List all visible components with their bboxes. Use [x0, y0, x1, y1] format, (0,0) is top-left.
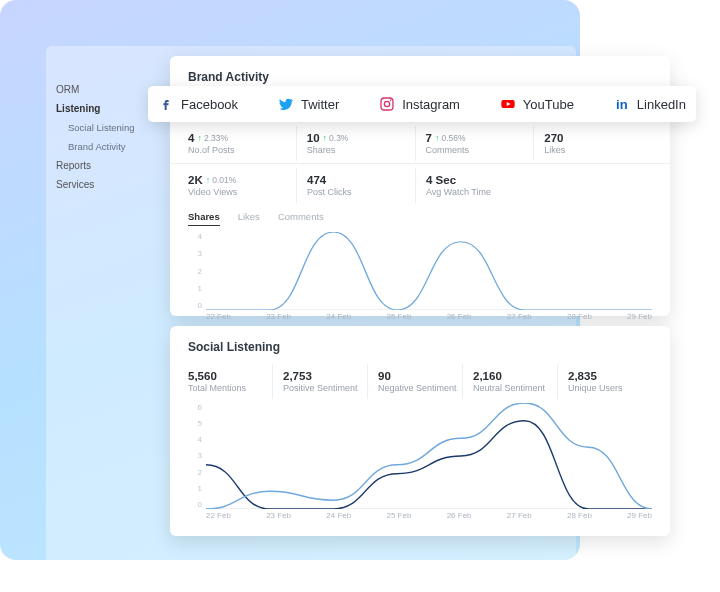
arrow-up-icon: ↑ — [435, 133, 440, 143]
stat-neutral-value: 2,160 — [473, 370, 502, 382]
sidebar-item-brand-activity[interactable]: Brand Activity — [56, 137, 166, 156]
social-twitter[interactable]: Twitter — [278, 96, 339, 112]
stat-negative-label: Negative Sentiment — [378, 383, 462, 393]
stat-total-mentions-label: Total Mentions — [188, 383, 272, 393]
social-instagram[interactable]: Instagram — [379, 96, 460, 112]
stat-shares-value: 10 — [307, 132, 320, 144]
stat-negative-value: 90 — [378, 370, 391, 382]
stat-likes: 270 Likes — [533, 126, 652, 161]
stat-watch-time-value: 4 Sec — [426, 174, 456, 186]
svg-point-3 — [390, 100, 392, 102]
stat-posts: 4↑2.33% No.of Posts — [188, 126, 296, 161]
arrow-up-icon: ↑ — [197, 133, 202, 143]
social-facebook[interactable]: Facebook — [158, 96, 238, 112]
activity-stats-row-1: 4↑2.33% No.of Posts 10↑0.3% Shares 7↑0.5… — [170, 126, 670, 161]
arrow-up-icon: ↑ — [323, 133, 328, 143]
sidebar-item-services[interactable]: Services — [56, 175, 166, 194]
stat-watch-time: 4 Sec Avg Watch Time — [415, 168, 534, 203]
stat-video-views-label: Video Views — [188, 187, 296, 197]
tab-shares[interactable]: Shares — [188, 211, 220, 226]
activity-stats-row-2: 2K↑0.01% Video Views 474 Post Clicks 4 S… — [170, 163, 670, 203]
stat-post-clicks-label: Post Clicks — [307, 187, 415, 197]
stat-post-clicks: 474 Post Clicks — [296, 168, 415, 203]
listening-stats-row: 5,560 Total Mentions 2,753 Positive Sent… — [170, 364, 670, 399]
stat-posts-label: No.of Posts — [188, 145, 296, 155]
svg-point-2 — [384, 101, 389, 106]
chart-y-axis: 43210 — [188, 232, 202, 310]
arrow-up-icon: ↑ — [206, 175, 211, 185]
social-youtube[interactable]: YouTube — [500, 96, 574, 112]
stat-total-mentions: 5,560 Total Mentions — [188, 364, 272, 399]
stat-positive-label: Positive Sentiment — [283, 383, 367, 393]
social-listening-card: Social Listening 5,560 Total Mentions 2,… — [170, 326, 670, 536]
stat-post-clicks-value: 474 — [307, 174, 326, 186]
stat-total-mentions-value: 5,560 — [188, 370, 217, 382]
chart-x-axis: 22 Feb23 Feb24 Feb25 Feb26 Feb27 Feb28 F… — [206, 511, 652, 523]
stat-neutral-label: Neutral Sentiment — [473, 383, 557, 393]
stat-shares: 10↑0.3% Shares — [296, 126, 415, 161]
stat-video-views-delta: 0.01% — [212, 175, 236, 185]
social-network-bar: Facebook Twitter Instagram YouTube in Li… — [148, 86, 696, 122]
stat-video-views: 2K↑0.01% Video Views — [188, 168, 296, 203]
tab-likes[interactable]: Likes — [238, 211, 260, 226]
stat-empty — [534, 168, 652, 203]
activity-chart: 43210 22 Feb23 Feb24 Feb25 Feb26 Feb27 F… — [188, 232, 652, 324]
chart-x-axis: 22 Feb23 Feb24 Feb25 Feb26 Feb27 Feb28 F… — [206, 312, 652, 324]
social-facebook-label: Facebook — [181, 97, 238, 112]
listening-chart: 6543210 22 Feb23 Feb24 Feb25 Feb26 Feb27… — [188, 403, 652, 523]
stat-posts-value: 4 — [188, 132, 194, 144]
social-instagram-label: Instagram — [402, 97, 460, 112]
stat-video-views-value: 2K — [188, 174, 203, 186]
stat-unique-users-label: Unique Users — [568, 383, 652, 393]
stat-watch-time-label: Avg Watch Time — [426, 187, 534, 197]
linkedin-icon: in — [614, 96, 630, 112]
instagram-icon — [379, 96, 395, 112]
stat-positive-value: 2,753 — [283, 370, 312, 382]
social-linkedin-label: LinkedIn — [637, 97, 686, 112]
sidebar-item-reports[interactable]: Reports — [56, 156, 166, 175]
stat-comments: 7↑0.56% Comments — [415, 126, 534, 161]
stat-shares-label: Shares — [307, 145, 415, 155]
chart-plot-area — [206, 403, 652, 509]
youtube-icon — [500, 96, 516, 112]
stat-positive: 2,753 Positive Sentiment — [272, 364, 367, 399]
social-twitter-label: Twitter — [301, 97, 339, 112]
stat-shares-delta: 0.3% — [329, 133, 348, 143]
twitter-icon — [278, 96, 294, 112]
facebook-icon — [158, 96, 174, 112]
stat-comments-delta: 0.56% — [441, 133, 465, 143]
stat-posts-delta: 2.33% — [204, 133, 228, 143]
social-linkedin[interactable]: in LinkedIn — [614, 96, 686, 112]
activity-chart-tabs: Shares Likes Comments — [170, 203, 670, 228]
stat-unique-users: 2,835 Unique Users — [557, 364, 652, 399]
stat-comments-label: Comments — [426, 145, 534, 155]
tab-comments[interactable]: Comments — [278, 211, 324, 226]
chart-y-axis: 6543210 — [188, 403, 202, 509]
social-youtube-label: YouTube — [523, 97, 574, 112]
stat-likes-value: 270 — [544, 132, 563, 144]
chart-plot-area — [206, 232, 652, 310]
stat-negative: 90 Negative Sentiment — [367, 364, 462, 399]
stat-unique-users-value: 2,835 — [568, 370, 597, 382]
stat-comments-value: 7 — [426, 132, 432, 144]
stat-likes-label: Likes — [544, 145, 652, 155]
social-listening-title: Social Listening — [170, 326, 670, 364]
stat-neutral: 2,160 Neutral Sentiment — [462, 364, 557, 399]
